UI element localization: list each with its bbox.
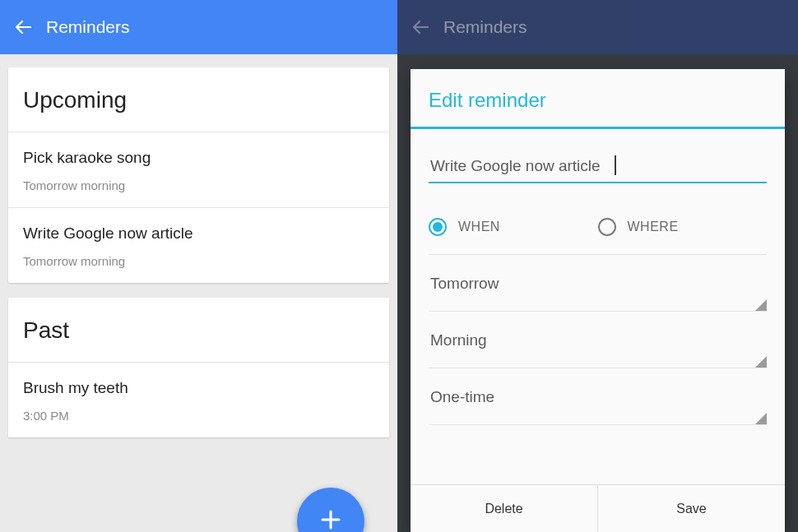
reminder-subtext: Tomorrow morning <box>23 178 374 192</box>
header-title: Reminders <box>46 17 130 37</box>
reminder-subtext: 3:00 PM <box>23 409 374 423</box>
text-cursor <box>615 155 616 175</box>
reminder-item[interactable]: Brush my teeth 3:00 PM <box>8 363 389 437</box>
back-arrow-icon[interactable] <box>12 16 35 39</box>
back-arrow-icon <box>409 16 432 39</box>
reminders-scroll-area[interactable]: Upcoming Pick karaoke song Tomorrow morn… <box>0 54 397 437</box>
reminder-subtext: Tomorrow morning <box>23 254 374 268</box>
radio-icon <box>429 218 447 236</box>
reminder-title: Write Google now article <box>23 224 374 243</box>
app-header-dimmed: Reminders <box>397 0 798 54</box>
upcoming-section-card: Upcoming Pick karaoke song Tomorrow morn… <box>8 67 389 283</box>
radio-label: WHERE <box>628 220 679 234</box>
reminder-text-field-wrapper <box>429 152 767 183</box>
reminders-list-screen: Reminders Upcoming Pick karaoke song Tom… <box>0 0 397 532</box>
edit-reminder-screen: Reminders Edit reminder WHEN <box>397 0 798 532</box>
section-title-upcoming: Upcoming <box>8 67 389 132</box>
button-label: Save <box>676 502 706 516</box>
reminder-text-input[interactable] <box>429 152 767 183</box>
radio-icon <box>598 218 616 236</box>
repeat-spinner[interactable]: One-time <box>429 368 767 425</box>
delete-button[interactable]: Delete <box>411 485 597 532</box>
edit-reminder-dialog: Edit reminder WHEN WHERE <box>411 69 785 532</box>
radio-option-when[interactable]: WHEN <box>429 218 598 236</box>
reminder-item[interactable]: Write Google now article Tomorrow mornin… <box>8 208 389 283</box>
past-section-card: Past Brush my teeth 3:00 PM <box>8 298 389 437</box>
time-spinner[interactable]: Morning <box>429 312 767 368</box>
add-reminder-fab[interactable] <box>297 488 364 532</box>
reminder-title: Brush my teeth <box>23 379 374 397</box>
spinner-value: Tomorrow <box>430 275 499 292</box>
save-button[interactable]: Save <box>598 485 785 532</box>
section-title-past: Past <box>8 298 389 362</box>
trigger-type-radio-group: WHEN WHERE <box>429 218 767 255</box>
date-spinner[interactable]: Tomorrow <box>429 255 767 312</box>
reminder-item[interactable]: Pick karaoke song Tomorrow morning <box>8 132 389 207</box>
dialog-title: Edit reminder <box>411 69 785 127</box>
header-title: Reminders <box>443 17 527 37</box>
reminder-title: Pick karaoke song <box>23 149 374 167</box>
spinner-value: One-time <box>430 388 494 405</box>
radio-label: WHEN <box>458 220 500 234</box>
dialog-action-bar: Delete Save <box>411 484 785 532</box>
plus-icon <box>318 507 343 532</box>
radio-option-where[interactable]: WHERE <box>598 218 768 236</box>
app-header: Reminders <box>0 0 397 54</box>
spinner-value: Morning <box>430 331 487 349</box>
button-label: Delete <box>485 502 522 516</box>
